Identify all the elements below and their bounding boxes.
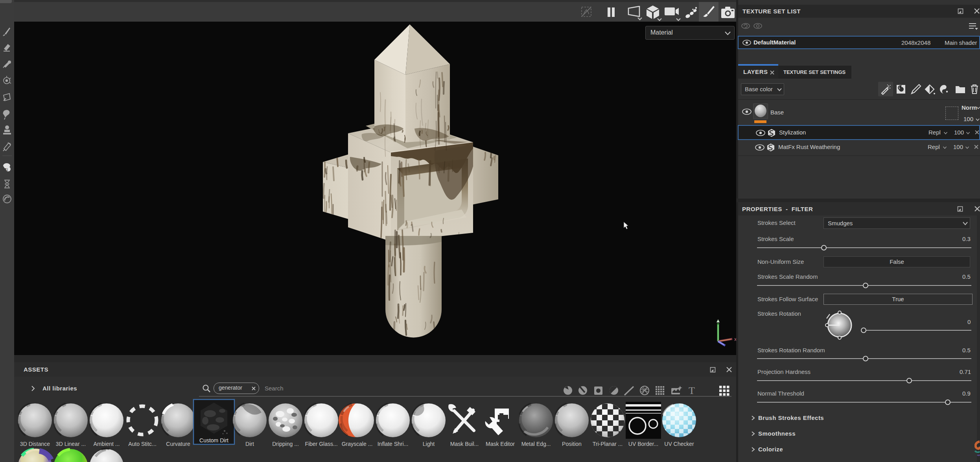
svg-text:Dripping ...: Dripping ...: [272, 441, 299, 447]
svg-text:3D Distance: 3D Distance: [20, 441, 50, 447]
svg-text:Dirt: Dirt: [245, 441, 254, 447]
svg-text:Mask Buil...: Mask Buil...: [450, 441, 479, 447]
svg-text:Position: Position: [562, 441, 582, 447]
svg-text:1: 1: [6, 167, 8, 171]
svg-text:Fiber Glass...: Fiber Glass...: [305, 441, 337, 447]
svg-text:Custom Dirt: Custom Dirt: [199, 437, 228, 444]
svg-text:Inflate Shri...: Inflate Shri...: [378, 441, 409, 447]
svg-text:Curvature: Curvature: [166, 441, 190, 447]
svg-text:Light: Light: [423, 441, 435, 447]
svg-text:Metal Edg...: Metal Edg...: [521, 441, 551, 447]
svg-text:3D Linear ...: 3D Linear ...: [56, 441, 86, 447]
svg-text:Auto Stitc...: Auto Stitc...: [128, 441, 157, 447]
svg-text:Mask Editor: Mask Editor: [486, 441, 515, 447]
svg-text:Ambient ...: Ambient ...: [94, 441, 120, 447]
svg-text:Grayscale ...: Grayscale ...: [342, 441, 373, 447]
svg-text:Tri-Planar ...: Tri-Planar ...: [593, 441, 623, 447]
svg-text:UV Checker: UV Checker: [664, 441, 694, 447]
svg-text:T: T: [689, 385, 695, 396]
svg-text:UV Border...: UV Border...: [628, 441, 658, 447]
